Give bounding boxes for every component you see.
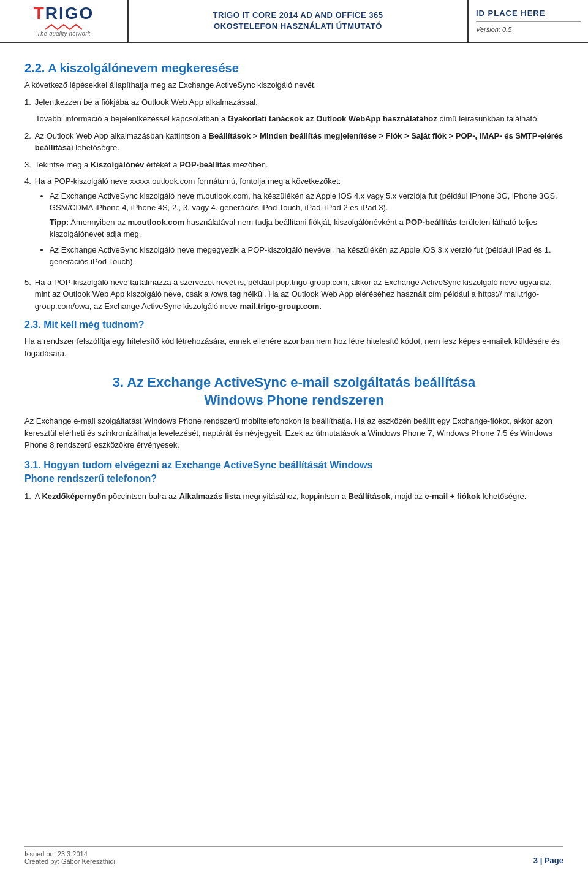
section-2-3-text: Ha a rendszer felszólítja egy hitelesítő… bbox=[24, 335, 564, 359]
section-3-intro: Az Exchange e-mail szolgáltatást Windows… bbox=[24, 415, 564, 451]
tip-label: Tipp: bbox=[50, 218, 69, 227]
tip-block: Tipp: Amennyiben az m.outlook.com haszná… bbox=[50, 216, 564, 240]
list-item: 4. Ha a POP-kiszolgáló neve xxxxx.outloo… bbox=[24, 175, 564, 272]
page-number: 3 | Page bbox=[533, 856, 564, 865]
list-item: 3. Tekintse meg a Kiszolgálónév értékét … bbox=[24, 159, 564, 171]
list-item: 2. Az Outlook Web App alkalmazásban katt… bbox=[24, 130, 564, 154]
list-item-text: Ha a POP-kiszolgáló neve tartalmazza a s… bbox=[35, 276, 564, 313]
section-2-2-heading: 2.2. A kiszolgálónevem megkeresése bbox=[24, 61, 564, 75]
list-item: 1. Jelentkezzen be a fiókjába az Outlook… bbox=[24, 96, 564, 109]
page-footer: Issued on: 23.3.2014 Created by: Gábor K… bbox=[24, 846, 564, 865]
logo-area: TRIGO The quality network bbox=[0, 0, 129, 42]
footer-left: Issued on: 23.3.2014 Created by: Gábor K… bbox=[24, 850, 115, 865]
created-by: Created by: Gábor Kereszthidi bbox=[24, 858, 115, 865]
bullet-item: Az Exchange ActiveSync kiszolgáló neve m… bbox=[50, 244, 564, 268]
list-item-text: A Kezdőképernyőn pöccintsen balra az Alk… bbox=[35, 490, 564, 503]
title-line2: OKOSTELEFON HASZNÁLATI ÚTMUTATÓ bbox=[213, 21, 383, 32]
section-3-1-list: 1. A Kezdőképernyőn pöccintsen balra az … bbox=[24, 490, 564, 503]
list-item: 5. Ha a POP-kiszolgáló neve tartalmazza … bbox=[24, 276, 564, 313]
version-label: Version: 0.5 bbox=[476, 26, 581, 33]
list-number: 1. bbox=[24, 490, 31, 503]
section-2-3-heading: 2.3. Mit kell még tudnom? bbox=[24, 319, 564, 330]
issued-date: Issued on: 23.3.2014 bbox=[24, 850, 115, 858]
main-content: 2.2. A kiszolgálónevem megkeresése A köv… bbox=[0, 43, 588, 544]
list-item-text: Tekintse meg a Kiszolgálónév értékét a P… bbox=[35, 159, 564, 171]
list-number: 5. bbox=[24, 276, 31, 313]
id-version-area: ID Place Here Version: 0.5 bbox=[469, 0, 588, 42]
section-3-heading-area: 3. Az Exchange ActiveSync e-mail szolgál… bbox=[24, 374, 564, 409]
list-number: 4. bbox=[24, 175, 31, 272]
bullet-list: Az Exchange ActiveSync kiszolgáló neve m… bbox=[35, 190, 564, 268]
id-place-label: ID Place Here bbox=[476, 9, 581, 22]
list-number: 1. bbox=[24, 96, 31, 109]
trigo-logo: TRIGO bbox=[34, 5, 94, 22]
page-header: TRIGO The quality network TRIGO IT CORE … bbox=[0, 0, 588, 43]
list-number: 2. bbox=[24, 130, 31, 154]
list-item: További információ a bejelentkezéssel ka… bbox=[36, 113, 564, 125]
section-2-2-list: 1. Jelentkezzen be a fiókjába az Outlook… bbox=[24, 96, 564, 313]
section-3-1-heading: 3.1. Hogyan tudom elvégezni az Exchange … bbox=[24, 459, 564, 486]
logo-wave-icon bbox=[45, 23, 82, 31]
section-3-heading: 3. Az Exchange ActiveSync e-mail szolgál… bbox=[24, 374, 564, 409]
list-item-text: Az Outlook Web App alkalmazásban kattint… bbox=[35, 130, 564, 154]
list-item-text: További információ a bejelentkezéssel ka… bbox=[36, 113, 564, 125]
bullet-item: Az Exchange ActiveSync kiszolgáló neve m… bbox=[50, 190, 564, 240]
list-item-text: Ha a POP-kiszolgáló neve xxxxx.outlook.c… bbox=[35, 175, 564, 272]
list-item-text: Jelentkezzen be a fiókjába az Outlook We… bbox=[35, 96, 564, 109]
document-title: TRIGO IT CORE 2014 AD AND OFFICE 365 OKO… bbox=[129, 0, 469, 42]
list-number: 3. bbox=[24, 159, 31, 171]
logo-tagline: The quality network bbox=[34, 31, 94, 37]
list-item: 1. A Kezdőképernyőn pöccintsen balra az … bbox=[24, 490, 564, 503]
section-2-2-intro: A következő lépésekkel állapíthatja meg … bbox=[24, 79, 564, 91]
title-line1: TRIGO IT CORE 2014 AD AND OFFICE 365 bbox=[213, 10, 383, 21]
